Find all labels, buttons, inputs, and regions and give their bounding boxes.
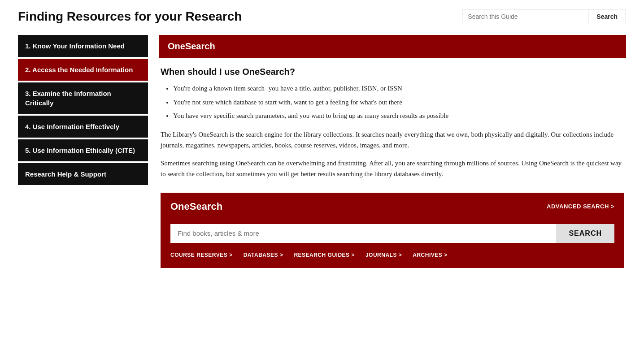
- widget-nav-item[interactable]: COURSE RESERVES >: [170, 249, 240, 261]
- onesearch-widget: OneSearch ADVANCED SEARCH > SEARCH COURS…: [161, 193, 624, 268]
- widget-search-input[interactable]: [170, 224, 556, 243]
- search-bar: Search: [462, 9, 626, 24]
- section-title: OneSearch: [159, 35, 626, 58]
- sidebar-item-item-2[interactable]: 2. Access the Needed Information: [18, 59, 148, 81]
- bullet-item: You have very specific search parameters…: [173, 111, 624, 121]
- widget-nav-item[interactable]: ARCHIVES >: [413, 249, 454, 261]
- sidebar-item-item-1[interactable]: 1. Know Your Information Need: [18, 35, 148, 57]
- widget-search-button[interactable]: SEARCH: [556, 224, 614, 243]
- content-area: OneSearch When should I use OneSearch? Y…: [159, 35, 626, 268]
- sidebar-item-item-4[interactable]: 4. Use Information Effectively: [18, 116, 148, 138]
- widget-nav-item[interactable]: RESEARCH GUIDES >: [294, 249, 362, 261]
- widget-logo: OneSearch: [170, 201, 222, 212]
- widget-search-row: SEARCH: [161, 220, 623, 249]
- widget-nav: COURSE RESERVES >DATABASES >RESEARCH GUI…: [161, 249, 623, 267]
- when-heading: When should I use OneSearch?: [161, 67, 624, 77]
- bullet-item: You're doing a known item search- you ha…: [173, 83, 624, 94]
- search-input[interactable]: [462, 9, 588, 24]
- widget-advanced-search[interactable]: ADVANCED SEARCH >: [547, 203, 614, 210]
- search-button[interactable]: Search: [588, 9, 626, 24]
- widget-nav-item[interactable]: JOURNALS >: [366, 249, 409, 261]
- sidebar-item-item-3[interactable]: 3. Examine the Information Critically: [18, 82, 148, 114]
- sidebar-item-item-6[interactable]: Research Help & Support: [18, 163, 148, 185]
- paragraph-1: The Library's OneSearch is the search en…: [161, 129, 624, 151]
- bullet-item: You're not sure which database to start …: [173, 97, 624, 108]
- widget-header: OneSearch ADVANCED SEARCH >: [161, 194, 623, 220]
- page-title: Finding Resources for your Research: [18, 9, 242, 24]
- widget-nav-item[interactable]: DATABASES >: [244, 249, 291, 261]
- sidebar: 1. Know Your Information Need2. Access t…: [18, 35, 148, 268]
- bullet-list: You're doing a known item search- you ha…: [161, 83, 624, 121]
- paragraph-2: Sometimes searching using OneSearch can …: [161, 158, 624, 179]
- sidebar-item-item-5[interactable]: 5. Use Information Ethically (CITE): [18, 139, 148, 161]
